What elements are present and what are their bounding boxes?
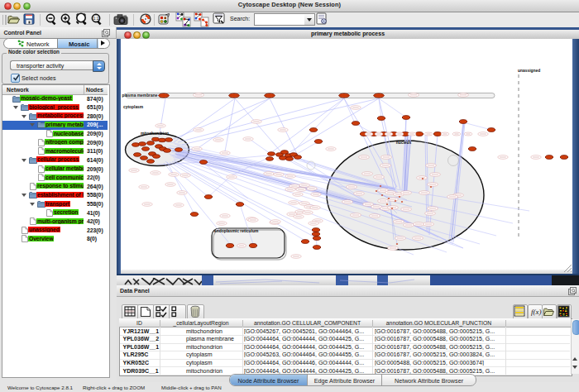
svg-text:unassigned: unassigned xyxy=(518,69,540,73)
svg-text:nucleus: nucleus xyxy=(396,141,412,145)
svg-text:f(x): f(x) xyxy=(531,308,542,316)
svg-text:mitochondrion: mitochondrion xyxy=(141,131,169,136)
svg-text:endoplasmic reticulum: endoplasmic reticulum xyxy=(214,229,259,233)
svg-text:cytoplasm: cytoplasm xyxy=(123,105,144,109)
svg-text:plasma membrane: plasma membrane xyxy=(122,93,158,98)
svg-text:1:1: 1:1 xyxy=(93,16,99,21)
